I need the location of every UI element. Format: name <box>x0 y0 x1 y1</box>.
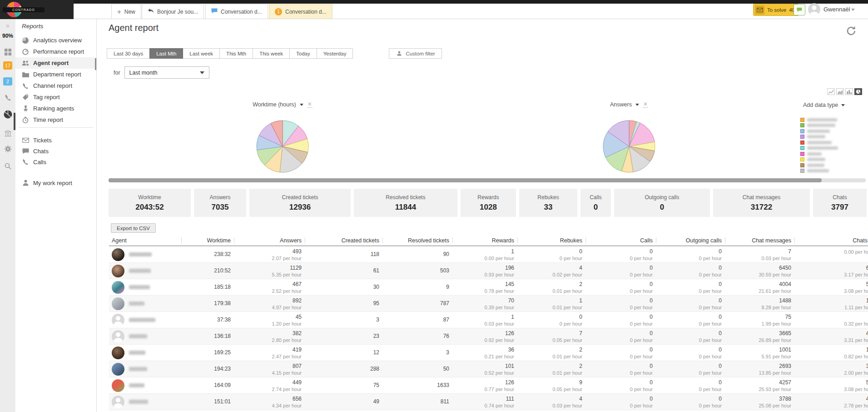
table-row[interactable]: 179:388924.97 per hour95787700.39 per ho… <box>109 296 868 312</box>
legend-item[interactable] <box>800 134 838 140</box>
calls-phone-icon[interactable] <box>0 94 15 103</box>
worktime-pie-chart[interactable] <box>255 119 310 174</box>
chart1-dropdown-caret-icon[interactable] <box>300 104 303 106</box>
filter-chip-this-mth[interactable]: This Mth <box>219 48 253 59</box>
reports-pie-icon[interactable] <box>0 110 15 121</box>
sidebar-item-tag-report[interactable]: Tag report <box>15 91 96 103</box>
period-select[interactable]: Last month <box>124 66 209 79</box>
table-row[interactable]: 185:184672.52 per hour3091450.78 per hou… <box>109 279 868 296</box>
col-header-chat-messages[interactable]: Chat messages <box>725 236 795 246</box>
filter-chip-last-week[interactable]: Last week <box>183 48 220 59</box>
chat-availability-button[interactable] <box>794 4 805 15</box>
legend-item[interactable] <box>800 123 838 129</box>
chart2-dropdown-caret-icon[interactable] <box>635 104 639 106</box>
table-cell <box>518 410 586 412</box>
horizontal-scrollbar[interactable] <box>109 178 866 182</box>
sidebar-item-agent-report[interactable]: Agent report <box>15 57 96 69</box>
search-icon[interactable] <box>0 163 15 171</box>
add-data-type-button[interactable]: Add data type <box>803 102 845 108</box>
legend-item[interactable] <box>800 146 838 151</box>
legend-item[interactable] <box>800 151 838 157</box>
ticket-tab-0[interactable]: +New <box>111 4 141 19</box>
area-chart-icon[interactable] <box>836 88 844 95</box>
line-chart-icon[interactable] <box>827 88 835 95</box>
table-row[interactable]: 37:38451.20 per hour38710.03 per hour00 … <box>109 312 868 328</box>
chart1-title[interactable]: Worktime (hours) <box>253 101 296 108</box>
table-row[interactable]: 210:5211295.35 per hour615031960.93 per … <box>109 263 868 279</box>
to-solve-button[interactable]: To solve 40 <box>753 4 799 16</box>
horizontal-scrollbar-thumb[interactable] <box>109 178 822 182</box>
col-header-resolved-tickets[interactable]: Resolved tickets <box>383 236 453 246</box>
chats-count-badge[interactable]: 2 <box>0 77 15 85</box>
cell-rate: 0 per hour <box>586 256 653 261</box>
table-row[interactable]: 169:254192.47 per hour123360.21 per hour… <box>109 345 868 361</box>
sidebar-item-performance-report[interactable]: Performance report <box>15 46 96 57</box>
chevron-down-icon[interactable] <box>851 9 855 11</box>
col-header-calls[interactable]: Calls <box>586 236 656 246</box>
date-filter-chips: Last 30 daysLast MthLast weekThis MthThi… <box>107 48 441 59</box>
filter-chip-today[interactable]: Today <box>289 48 317 59</box>
legend-color-swatch <box>800 157 804 161</box>
chart-type-switcher <box>827 88 862 95</box>
table-row[interactable]: 136:183822.80 per hour23761260.92 per ho… <box>109 328 868 345</box>
ticket-tab-2[interactable]: Conversation d... <box>205 4 268 19</box>
cell-value: 13 <box>795 347 868 353</box>
sidebar-item-department-report[interactable]: Department report <box>15 69 96 80</box>
legend-item[interactable] <box>800 162 838 168</box>
legend-item[interactable] <box>800 117 838 123</box>
chart2-title[interactable]: Answers <box>610 101 632 108</box>
user-avatar[interactable] <box>808 3 820 15</box>
pie-chart-icon[interactable] <box>854 88 862 95</box>
table-row[interactable]: 238:324932.07 per hour1189010.00 per hou… <box>109 246 868 263</box>
stat-value: 31722 <box>751 203 772 212</box>
filter-chip-this-week[interactable]: This week <box>253 48 290 59</box>
chart2-close-icon[interactable]: ✕ <box>643 102 648 108</box>
legend-item[interactable] <box>800 157 838 163</box>
col-header-answers[interactable]: Answers <box>234 236 305 246</box>
settings-gear-icon[interactable] <box>0 146 15 154</box>
legend-item[interactable] <box>800 140 838 146</box>
billing-bank-icon[interactable] <box>0 130 15 138</box>
table-row[interactable] <box>109 410 868 412</box>
table-row[interactable]: 164:094492.74 per hour7516331260.77 per … <box>109 377 868 394</box>
sidebar-item-chats[interactable]: Chats <box>15 146 96 156</box>
bar-chart-icon[interactable] <box>845 88 853 95</box>
sidebar-item-channel-report[interactable]: Channel report <box>15 80 96 91</box>
custom-filter-chip[interactable]: Custom filter <box>389 48 442 59</box>
legend-item[interactable] <box>800 168 838 174</box>
col-header-rewards[interactable]: Rewards <box>453 236 518 246</box>
tickets-count-badge[interactable]: 17 <box>0 61 15 70</box>
sidebar-item-my-work-report[interactable]: My work report <box>15 177 96 188</box>
refresh-button[interactable] <box>845 25 857 37</box>
user-name[interactable]: Gwennaël <box>823 6 850 13</box>
legend-item[interactable] <box>800 128 838 134</box>
ticket-tab-3[interactable]: 1Conversation d... <box>269 4 332 19</box>
answers-pie-chart[interactable] <box>602 119 656 174</box>
col-header-outgoing-calls[interactable]: Outgoing calls <box>656 236 725 246</box>
dashboard-grid-icon[interactable] <box>0 49 15 57</box>
sidebar-item-ranking-agents[interactable]: Ranking agents <box>15 103 96 114</box>
sidebar-item-calls[interactable]: Calls <box>15 156 96 167</box>
filter-chip-last-30-days[interactable]: Last 30 days <box>107 48 150 59</box>
col-header-chats[interactable]: Chats <box>795 236 868 246</box>
to-solve-label: To solve <box>767 7 786 13</box>
export-csv-button[interactable]: Export to CSV <box>111 223 156 233</box>
sidebar-item-tickets[interactable]: Tickets <box>15 135 96 146</box>
table-row[interactable]: 151:016564.34 per hour498111110.74 per h… <box>109 394 868 410</box>
col-header-created-tickets[interactable]: Created tickets <box>305 236 383 246</box>
col-header-worktime[interactable]: Worktime <box>182 236 234 246</box>
table-row[interactable]: 194:238074.15 per hour288501010.52 per h… <box>109 361 868 377</box>
app-logo[interactable]: CONTRADO <box>0 0 74 19</box>
sidebar-scrollbar-thumb[interactable] <box>95 58 96 70</box>
filter-chip-last-mth[interactable]: Last Mth <box>149 48 183 59</box>
cell-rate: 25.08 per hour <box>725 403 791 408</box>
sidebar-item-analytics-overview[interactable]: Analytics overview <box>15 35 96 46</box>
sidebar-item-time-report[interactable]: Time report <box>15 114 96 126</box>
filter-chip-yesterday[interactable]: Yesterday <box>317 48 353 59</box>
chart1-close-icon[interactable]: ✕ <box>307 102 312 108</box>
col-header-agent[interactable]: Agent <box>109 236 182 246</box>
col-header-rebukes[interactable]: Rebukes <box>518 236 586 246</box>
table-cell: 238:32 <box>182 246 234 262</box>
ticket-tab-1[interactable]: Bonjour Je sou... <box>142 4 204 19</box>
expand-chevrons-icon[interactable]: » <box>0 22 15 29</box>
